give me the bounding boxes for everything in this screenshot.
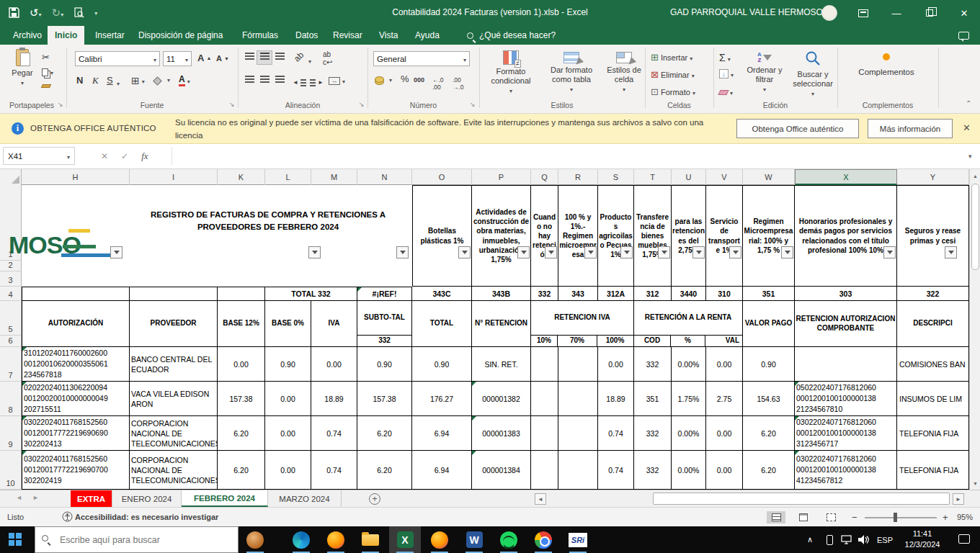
column-header-I[interactable]: I	[130, 169, 218, 185]
cell-W4[interactable]: 351	[743, 287, 795, 301]
cell-L7[interactable]: 0.90	[265, 347, 311, 382]
tab-ayuda[interactable]: Ayuda	[408, 26, 447, 45]
column-header-X-selected[interactable]: X	[795, 169, 897, 185]
cell-Q8[interactable]	[531, 382, 558, 416]
cell-K5-base12[interactable]: BASE 12%	[218, 301, 265, 347]
cell-H4[interactable]	[22, 287, 130, 301]
cell-T4[interactable]: 312	[634, 287, 672, 301]
cell-S7[interactable]: 0.00	[598, 347, 634, 382]
cell-X8[interactable]: 0502202407176812060 0001200100100000138 …	[795, 382, 897, 416]
fill-button[interactable]: ↓	[719, 69, 734, 78]
formula-input[interactable]	[172, 147, 964, 165]
column-header-P[interactable]: P	[472, 169, 531, 185]
filter-dropdown[interactable]	[308, 246, 321, 258]
cut-button[interactable]: ✂	[42, 52, 50, 63]
alignment-dialog-launcher[interactable]: ↘	[359, 101, 365, 108]
page-layout-view-button[interactable]	[794, 511, 813, 523]
fill-color-button[interactable]	[154, 75, 170, 84]
format-as-table-button[interactable]: Dar formato como tabla	[542, 52, 601, 93]
cell-P4[interactable]: 343B	[472, 287, 531, 301]
cell-V8[interactable]: 2.75	[706, 382, 743, 416]
cell-P8[interactable]: 000001382	[472, 382, 531, 416]
accounting-format-button[interactable]	[375, 75, 392, 84]
ribbon-display-options-button[interactable]	[847, 0, 879, 26]
italic-button[interactable]: K	[92, 75, 99, 86]
cell-W5-valor-pago[interactable]: VALOR PAGO	[743, 301, 795, 347]
wrap-text-button[interactable]: abc↩	[323, 50, 332, 66]
cell-I8[interactable]: VACA VILELA EDISON ARON	[130, 382, 218, 416]
column-header-N[interactable]: N	[357, 169, 412, 185]
autosum-button[interactable]: Σ	[719, 52, 731, 63]
font-name-combo[interactable]: Calibri	[75, 51, 160, 66]
cell-V9[interactable]: 0.00	[706, 416, 743, 451]
cod-header[interactable]: COD	[634, 336, 671, 346]
cell-R4[interactable]: 343	[558, 287, 598, 301]
column-header-Q[interactable]: Q	[531, 169, 558, 185]
cell-H10[interactable]: 03022024011768152560 0012001777221969070…	[22, 451, 130, 490]
cell-Q1[interactable]: Cuando no hay retención	[531, 185, 558, 287]
cell-K9[interactable]: 6.20	[218, 416, 265, 451]
column-header-K[interactable]: K	[218, 169, 265, 185]
cell-Y4[interactable]: 322	[897, 287, 969, 301]
cancel-icon[interactable]: ✕	[101, 151, 108, 161]
cell-U1[interactable]: para las retenciones del 2,75%	[672, 185, 706, 287]
bold-button[interactable]: N	[76, 75, 83, 86]
cell-I9[interactable]: CORPORACION NACIONAL DE TELECOMUNICACION…	[130, 416, 218, 451]
cell-N10[interactable]: 6.20	[357, 451, 412, 490]
cell-Q5-retencion-iva-group[interactable]: RETENCION IVA 10% 70% 100%	[531, 301, 634, 347]
cell-O10[interactable]: 6.94	[412, 451, 472, 490]
accessibility-status[interactable]: Accesibilidad: es necesario investigar	[75, 513, 218, 521]
filter-dropdown[interactable]	[458, 246, 471, 258]
cell-P10[interactable]: 000001384	[472, 451, 531, 490]
hscroll-left-icon[interactable]: ◄	[535, 493, 546, 505]
column-header-H[interactable]: H	[22, 169, 130, 185]
enter-icon[interactable]: ✓	[121, 151, 128, 161]
addins-button[interactable]: Complementos	[849, 53, 924, 77]
taskbar-app-explorer[interactable]	[355, 526, 386, 553]
underline-button[interactable]: S	[107, 75, 113, 86]
cell-O9[interactable]: 6.94	[412, 416, 472, 451]
font-color-button[interactable]: A	[179, 75, 190, 86]
cell-I10[interactable]: CORPORACION NACIONAL DE TELECOMUNICACION…	[130, 451, 218, 490]
tab-inicio[interactable]: Inicio	[48, 26, 84, 45]
cell-I4[interactable]	[130, 287, 218, 301]
cell-L4-M4-total[interactable]: TOTAL 332	[265, 287, 357, 301]
cell-R10[interactable]	[558, 451, 598, 490]
filter-dropdown[interactable]	[781, 246, 793, 258]
select-all-corner[interactable]	[0, 169, 22, 185]
percent-style-button[interactable]: %	[401, 73, 409, 84]
customize-qat-icon[interactable]: ▾	[94, 10, 97, 17]
cell-X10[interactable]: 0302202407176812060 0001200100100000138 …	[795, 451, 897, 490]
cell-V7[interactable]: 0.00	[706, 347, 743, 382]
action-center-icon[interactable]	[958, 534, 970, 544]
cell-N5-subtotal[interactable]: SUBTO-TAL 332	[357, 301, 412, 347]
font-size-combo[interactable]: 11	[163, 51, 192, 66]
cell-O5-total[interactable]: TOTAL	[412, 301, 472, 347]
increase-indent-button[interactable]: ►	[310, 79, 324, 86]
zoom-slider-track[interactable]	[865, 517, 937, 518]
print-preview-icon[interactable]	[74, 7, 84, 19]
filter-dropdown[interactable]	[396, 246, 409, 258]
taskbar-app-excel-active[interactable]: X	[389, 526, 421, 553]
insert-cells-button[interactable]: ⊞Insertar	[651, 52, 692, 63]
increase-font-button[interactable]: A▲	[197, 53, 211, 63]
cell-P5-num-retencion[interactable]: N° RETENCION	[472, 301, 531, 347]
tray-device-icon[interactable]	[821, 526, 837, 553]
undo-button[interactable]: ↺▾	[30, 6, 42, 19]
underline-dropdown[interactable]	[117, 78, 120, 87]
save-icon[interactable]	[9, 7, 19, 19]
taskbar-app-edge[interactable]	[285, 526, 317, 553]
tab-datos[interactable]: Datos	[288, 26, 325, 45]
sheet-tab-enero[interactable]: ENERO 2024	[112, 490, 182, 507]
zoom-in-icon[interactable]: +	[943, 512, 948, 523]
cell-Q9[interactable]	[531, 416, 558, 451]
tray-expand-icon[interactable]: ∧	[801, 526, 819, 553]
cell-V1[interactable]: Servicio de transporte 1%	[706, 185, 743, 287]
cell-X9[interactable]: 0302202407176812060 0001200100100000138 …	[795, 416, 897, 451]
cell-X4[interactable]: 303	[795, 287, 897, 301]
taskbar-app-firefox[interactable]	[320, 526, 352, 553]
paste-button[interactable]: Pegar	[6, 49, 39, 86]
vertical-scroll-thumb[interactable]	[971, 184, 979, 270]
column-header-Y[interactable]: Y	[897, 169, 969, 185]
tab-vista[interactable]: Vista	[372, 26, 405, 45]
